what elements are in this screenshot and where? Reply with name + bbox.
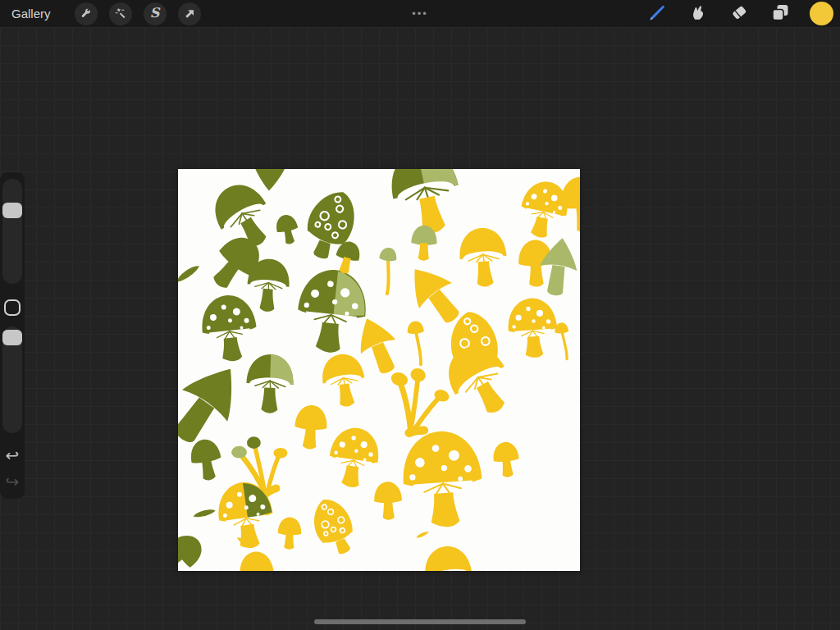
brush-size-slider[interactable] bbox=[2, 179, 22, 284]
magic-wand-icon bbox=[114, 7, 127, 21]
paintbrush-icon bbox=[646, 2, 668, 25]
smudge-tool-button[interactable] bbox=[686, 2, 710, 26]
toolbar-right-group bbox=[645, 0, 833, 27]
toolbar-left-group: Gallery S bbox=[0, 2, 201, 25]
overflow-menu-dots[interactable]: ••• bbox=[412, 7, 428, 20]
mushroom-artwork bbox=[178, 169, 580, 571]
redo-button[interactable]: ↪ bbox=[0, 471, 25, 492]
s-curve-icon: S bbox=[150, 7, 160, 20]
paint-tool-button[interactable] bbox=[645, 2, 669, 26]
home-indicator[interactable] bbox=[314, 619, 526, 624]
transform-button[interactable] bbox=[178, 2, 201, 25]
erase-tool-button[interactable] bbox=[727, 2, 751, 26]
drawing-canvas[interactable] bbox=[178, 169, 580, 571]
arrow-icon bbox=[183, 7, 196, 21]
adjustments-button[interactable] bbox=[109, 2, 132, 25]
undo-arrow-icon: ↩ bbox=[6, 445, 20, 465]
smudge-finger-icon bbox=[688, 2, 708, 25]
color-button[interactable] bbox=[809, 2, 833, 26]
actions-button[interactable] bbox=[75, 2, 98, 25]
top-toolbar: Gallery S bbox=[0, 0, 840, 27]
layers-icon bbox=[770, 2, 790, 25]
eraser-icon bbox=[729, 2, 749, 25]
brush-size-handle[interactable] bbox=[2, 203, 22, 218]
wrench-icon bbox=[80, 7, 93, 21]
brush-opacity-slider[interactable] bbox=[2, 326, 22, 433]
layers-button[interactable] bbox=[768, 2, 792, 26]
selection-button[interactable]: S bbox=[144, 2, 167, 25]
sidebar-controls: ↩ ↪ bbox=[0, 172, 25, 499]
color-swatch bbox=[810, 2, 833, 25]
procreate-screen: Gallery S bbox=[0, 0, 840, 630]
undo-button[interactable]: ↩ bbox=[0, 445, 25, 466]
redo-arrow-icon: ↪ bbox=[6, 472, 20, 491]
modify-button[interactable] bbox=[4, 299, 21, 316]
gallery-button[interactable]: Gallery bbox=[11, 7, 51, 21]
brush-opacity-handle[interactable] bbox=[2, 330, 22, 345]
